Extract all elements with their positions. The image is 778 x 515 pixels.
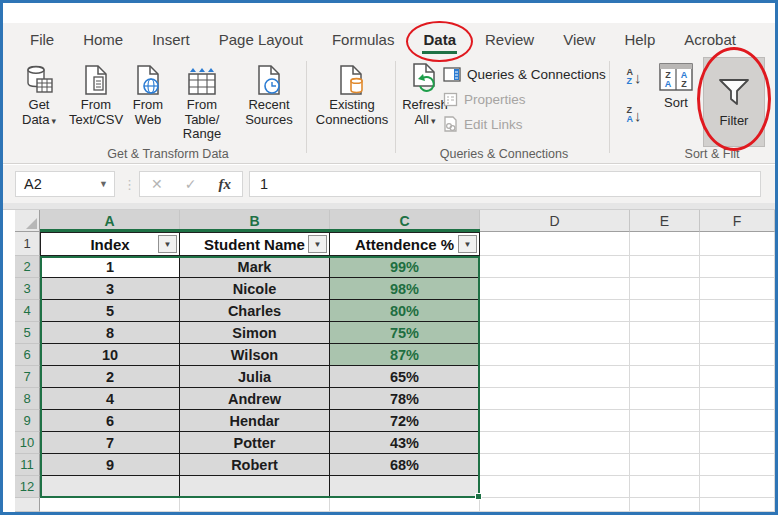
cell-C7[interactable]: 65% [330, 366, 480, 388]
column-header-D[interactable]: D [480, 210, 630, 232]
row-header-10[interactable]: 10 [15, 432, 40, 454]
empty-cell[interactable] [630, 278, 700, 300]
column-header-A[interactable]: A [40, 210, 180, 232]
tab-acrobat[interactable]: Acrobat [683, 29, 737, 52]
filter-dropdown-icon[interactable]: ▼ [158, 235, 177, 253]
cell-A5[interactable]: 8 [40, 322, 180, 344]
empty-cell[interactable] [480, 232, 630, 256]
empty-cell[interactable] [700, 322, 775, 344]
row-header-3[interactable]: 3 [15, 278, 40, 300]
empty-cell[interactable] [630, 476, 700, 498]
empty-cell[interactable] [700, 454, 775, 476]
table-header-cell[interactable]: Index▼ [40, 232, 180, 256]
sort-za-descending-button[interactable]: ZA ↓ [617, 101, 651, 129]
empty-cell[interactable] [480, 454, 630, 476]
cell-C6[interactable]: 87% [330, 344, 480, 366]
cell-A7[interactable]: 2 [40, 366, 180, 388]
empty-cell[interactable] [480, 410, 630, 432]
empty-cell[interactable] [700, 300, 775, 322]
queries-connections-button[interactable]: Queries & Connections [443, 63, 606, 85]
edit-links-button[interactable]: Edit Links [443, 113, 523, 135]
cell-A9[interactable]: 6 [40, 410, 180, 432]
tab-home[interactable]: Home [82, 29, 124, 52]
row-header-8[interactable]: 8 [15, 388, 40, 410]
empty-cell[interactable] [700, 256, 775, 278]
empty-cell[interactable] [480, 278, 630, 300]
cell-B11[interactable]: Robert [180, 454, 330, 476]
empty-cell[interactable] [630, 300, 700, 322]
column-header-B[interactable]: B [180, 210, 330, 232]
empty-cell[interactable] [630, 388, 700, 410]
cell-B9[interactable]: Hendar [180, 410, 330, 432]
empty-cell[interactable] [330, 498, 480, 512]
row-header-7[interactable]: 7 [15, 366, 40, 388]
cell-B8[interactable]: Andrew [180, 388, 330, 410]
empty-cell[interactable] [700, 476, 775, 498]
tab-file[interactable]: File [29, 29, 55, 52]
cell-B12[interactable] [180, 476, 330, 498]
cell-C4[interactable]: 80% [330, 300, 480, 322]
cell-A11[interactable]: 9 [40, 454, 180, 476]
column-header-E[interactable]: E [630, 210, 700, 232]
name-box-dropdown-icon[interactable]: ▼ [99, 179, 108, 189]
cell-C12[interactable] [330, 476, 480, 498]
row-header-partial[interactable] [15, 498, 40, 512]
from-text-csv-button[interactable]: From Text/CSV [67, 60, 125, 127]
cell-A6[interactable]: 10 [40, 344, 180, 366]
filter-button[interactable]: Filter [703, 57, 765, 147]
row-header-12[interactable]: 12 [15, 476, 40, 498]
empty-cell[interactable] [480, 432, 630, 454]
empty-cell[interactable] [480, 256, 630, 278]
empty-cell[interactable] [480, 388, 630, 410]
cell-C10[interactable]: 43% [330, 432, 480, 454]
column-header-C[interactable]: C [330, 210, 480, 232]
cell-C3[interactable]: 98% [330, 278, 480, 300]
empty-cell[interactable] [700, 432, 775, 454]
cell-B5[interactable]: Simon [180, 322, 330, 344]
get-data-button[interactable]: Get Data▾ [13, 60, 65, 128]
from-table-range-button[interactable]: From Table/ Range [169, 60, 235, 142]
empty-cell[interactable] [630, 344, 700, 366]
recent-sources-button[interactable]: Recent Sources [239, 60, 299, 127]
cell-C5[interactable]: 75% [330, 322, 480, 344]
cell-C9[interactable]: 72% [330, 410, 480, 432]
cell-A2[interactable]: 1 [40, 256, 180, 278]
cell-B3[interactable]: Nicole [180, 278, 330, 300]
tab-insert[interactable]: Insert [151, 29, 191, 52]
cell-B6[interactable]: Wilson [180, 344, 330, 366]
cell-B4[interactable]: Charles [180, 300, 330, 322]
enter-icon[interactable]: ✓ [185, 176, 197, 192]
cell-A3[interactable]: 3 [40, 278, 180, 300]
cell-A4[interactable]: 5 [40, 300, 180, 322]
cell-C11[interactable]: 68% [330, 454, 480, 476]
row-header-6[interactable]: 6 [15, 344, 40, 366]
cell-A12[interactable] [40, 476, 180, 498]
from-web-button[interactable]: From Web [127, 60, 169, 127]
empty-cell[interactable] [630, 410, 700, 432]
empty-cell[interactable] [480, 498, 630, 512]
tab-page-layout[interactable]: Page Layout [218, 29, 304, 52]
row-header-11[interactable]: 11 [15, 454, 40, 476]
empty-cell[interactable] [700, 388, 775, 410]
fill-handle[interactable] [475, 493, 482, 500]
sort-button[interactable]: Z A A Z Sort [655, 63, 697, 110]
row-header-1[interactable]: 1 [15, 232, 40, 256]
existing-connections-button[interactable]: Existing Connections [311, 60, 393, 127]
table-header-cell[interactable]: Attendence %▼ [330, 232, 480, 256]
insert-function-icon[interactable]: fx [218, 176, 231, 193]
empty-cell[interactable] [630, 498, 700, 512]
empty-cell[interactable] [630, 366, 700, 388]
properties-button[interactable]: Properties [443, 88, 526, 110]
row-header-2[interactable]: 2 [15, 256, 40, 278]
empty-cell[interactable] [630, 322, 700, 344]
empty-cell[interactable] [480, 300, 630, 322]
tab-review[interactable]: Review [484, 29, 535, 52]
table-header-cell[interactable]: Student Name▼ [180, 232, 330, 256]
tab-help[interactable]: Help [623, 29, 656, 52]
row-header-5[interactable]: 5 [15, 322, 40, 344]
empty-cell[interactable] [630, 256, 700, 278]
empty-cell[interactable] [700, 410, 775, 432]
empty-cell[interactable] [700, 366, 775, 388]
filter-dropdown-icon[interactable]: ▼ [458, 235, 477, 253]
empty-cell[interactable] [700, 344, 775, 366]
